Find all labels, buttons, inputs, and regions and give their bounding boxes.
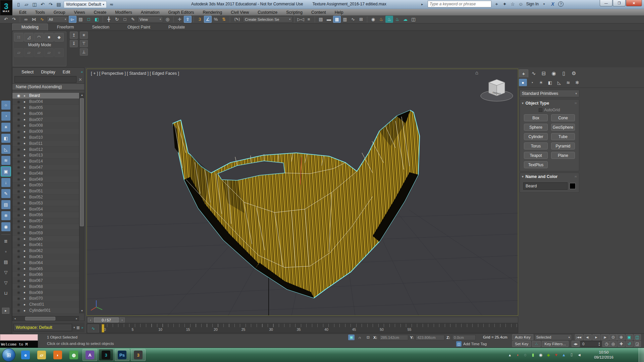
toolbar-button[interactable]: ⊞ bbox=[357, 16, 365, 23]
frozen-dot-icon[interactable]: ● bbox=[23, 130, 28, 133]
close-button[interactable]: ✕ bbox=[626, 0, 642, 6]
menu-item[interactable]: Views bbox=[69, 9, 89, 15]
frozen-dot-icon[interactable]: ● bbox=[23, 225, 28, 229]
frozen-dot-icon[interactable]: ● bbox=[23, 147, 28, 151]
eye-icon[interactable]: ◉ bbox=[17, 254, 22, 259]
frozen-dot-icon[interactable]: ● bbox=[23, 118, 28, 121]
autogrid-checkbox[interactable] bbox=[539, 108, 542, 112]
explorer-row[interactable]: ◉ ● Box005 bbox=[12, 105, 79, 111]
minimize-button[interactable]: — bbox=[600, 0, 612, 6]
workspace-dropdown[interactable]: Workspace: Default▾ bbox=[64, 1, 107, 8]
snap-toggle-button[interactable]: ∠ bbox=[204, 16, 212, 23]
current-frame-marker[interactable] bbox=[102, 324, 104, 333]
toolbar-button[interactable]: ✎ bbox=[129, 16, 137, 23]
primitive-category-dropdown[interactable]: Standard Primitives▾ bbox=[520, 90, 579, 97]
selection-filter-dropdown[interactable]: All▾ bbox=[47, 16, 68, 22]
name-color-header[interactable]: ▾ Name and Color ⁙ bbox=[520, 173, 579, 180]
overflow-icon[interactable]: » bbox=[81, 326, 83, 329]
explorer-display-toggle[interactable]: ○ bbox=[1, 101, 10, 110]
eye-icon[interactable]: ◉ bbox=[17, 219, 22, 223]
frozen-dot-icon[interactable]: ● bbox=[23, 124, 28, 127]
create-category-button[interactable]: ◔ bbox=[528, 79, 536, 86]
selection-lock-icon[interactable]: ∩ bbox=[357, 335, 363, 340]
set-key-paw-icon[interactable]: ∴ bbox=[532, 341, 541, 347]
command-panel-tab[interactable]: ◉ bbox=[549, 69, 558, 77]
frozen-dot-icon[interactable]: ● bbox=[23, 154, 28, 157]
explorer-tool-button[interactable]: ▽ bbox=[1, 278, 10, 287]
eye-icon[interactable]: ◉ bbox=[17, 231, 22, 235]
clear-search-icon[interactable]: ✕ bbox=[78, 77, 82, 82]
render-button[interactable]: ☁ bbox=[401, 16, 409, 23]
frozen-dot-icon[interactable]: ● bbox=[23, 112, 28, 115]
primitive-button[interactable]: Tube bbox=[551, 133, 575, 140]
create-category-button[interactable]: ☀ bbox=[537, 79, 545, 86]
frozen-dot-icon[interactable]: ● bbox=[23, 285, 28, 288]
show-desktop-button[interactable] bbox=[639, 348, 644, 362]
menu-item[interactable]: Rendering bbox=[199, 9, 227, 15]
maxscript-mini-listener[interactable] bbox=[0, 334, 38, 341]
explorer-menu-item[interactable]: Select bbox=[18, 69, 37, 74]
absolute-offset-toggle[interactable]: ⊡ bbox=[365, 335, 371, 340]
explorer-row[interactable]: ◉ ● Box067 bbox=[12, 278, 79, 284]
taskbar-app[interactable]: ◗ bbox=[50, 349, 65, 361]
explorer-display-toggle[interactable]: ☀ bbox=[1, 123, 10, 132]
explorer-tool-button[interactable]: ≣ bbox=[1, 237, 10, 246]
ribbon-tab[interactable]: Selection bbox=[83, 24, 118, 31]
frozen-dot-icon[interactable]: ● bbox=[23, 219, 28, 223]
command-panel-tab[interactable]: ∿ bbox=[529, 69, 538, 77]
frozen-dot-icon[interactable]: ● bbox=[23, 177, 28, 181]
chevron-down-icon[interactable]: ▾ bbox=[541, 2, 547, 6]
taskbar-app[interactable]: ◍ bbox=[66, 349, 81, 361]
object-type-header[interactable]: ▾ Object Type ⁙ bbox=[520, 100, 579, 107]
viewport[interactable]: [ + ] [ Perspective ] [ Standard ] [ Edg… bbox=[87, 69, 518, 316]
qat-button[interactable]: ▱ bbox=[23, 1, 30, 8]
frozen-dot-icon[interactable]: ● bbox=[23, 231, 28, 235]
taskbar-app[interactable]: ▱ bbox=[34, 349, 49, 361]
eye-icon[interactable]: ◉ bbox=[17, 195, 22, 199]
explorer-row[interactable]: ◉ ● Box052 bbox=[12, 194, 79, 200]
transport-button[interactable]: |◀◀ bbox=[575, 334, 583, 340]
next-key-button[interactable]: › bbox=[119, 317, 125, 322]
explorer-overflow-icon[interactable]: » bbox=[81, 70, 83, 74]
render-button[interactable]: ♨ bbox=[377, 16, 385, 23]
frozen-dot-icon[interactable]: ● bbox=[23, 171, 28, 175]
exchange-store-icon[interactable]: X bbox=[549, 1, 556, 7]
command-panel-tab[interactable]: + bbox=[519, 69, 528, 77]
subobject-level-button[interactable]: ◠ bbox=[34, 33, 44, 42]
viewport-nav-button[interactable]: ◎ bbox=[609, 341, 617, 347]
explorer-row[interactable]: ◉ ● Box064 bbox=[12, 260, 79, 266]
ribbon-tab[interactable]: Modeling bbox=[12, 23, 48, 31]
set-key-button[interactable]: Set Key bbox=[512, 341, 531, 347]
menu-item[interactable]: Graph Editors bbox=[164, 9, 198, 15]
edit-named-sets-button[interactable]: {✎} bbox=[232, 16, 242, 23]
menu-item[interactable]: Animation bbox=[137, 9, 164, 15]
frozen-dot-icon[interactable]: ● bbox=[23, 183, 28, 187]
eye-icon[interactable]: ◉ bbox=[17, 111, 22, 116]
explorer-row[interactable]: ◉ ● Box007 bbox=[12, 117, 79, 123]
primitive-button[interactable]: Sphere bbox=[524, 124, 548, 131]
z-coordinate-field[interactable]: 0.0cm bbox=[452, 335, 476, 340]
eye-icon[interactable]: ◉ bbox=[17, 100, 22, 104]
toolbar-button[interactable]: ▬ bbox=[325, 16, 333, 23]
frozen-dot-icon[interactable]: ● bbox=[23, 94, 28, 98]
explorer-search-input[interactable] bbox=[14, 76, 76, 83]
object-color-swatch[interactable] bbox=[570, 183, 576, 189]
toolbar-button[interactable]: ∿ bbox=[349, 16, 357, 23]
rollout-collapse-icon[interactable]: ▾ bbox=[522, 175, 524, 178]
frozen-dot-icon[interactable]: ● bbox=[23, 261, 28, 264]
explorer-row[interactable]: ◉ ● Chest01 bbox=[12, 302, 79, 308]
tray-icon[interactable]: ◌ bbox=[523, 353, 528, 357]
subobject-level-button[interactable]: ◿ bbox=[24, 33, 34, 42]
explorer-row[interactable]: ◉ ● Box047 bbox=[12, 165, 79, 171]
ribbon-small-button[interactable]: ○ bbox=[54, 48, 64, 57]
scrollbar-thumb[interactable] bbox=[25, 317, 55, 320]
scrollbar-thumb[interactable] bbox=[80, 98, 84, 226]
toolbar-button[interactable]: ▤ bbox=[317, 16, 325, 23]
explorer-display-toggle[interactable]: ≋ bbox=[1, 156, 10, 165]
infocenter-icon[interactable]: ✦ bbox=[501, 1, 508, 7]
menu-item[interactable]: Group bbox=[49, 9, 70, 15]
explorer-row[interactable]: ◉ ● Box014 bbox=[12, 159, 79, 165]
render-button[interactable]: ◫ bbox=[410, 16, 417, 23]
toolbar-button[interactable]: ≡ bbox=[305, 16, 313, 23]
frozen-dot-icon[interactable]: ● bbox=[23, 141, 28, 145]
